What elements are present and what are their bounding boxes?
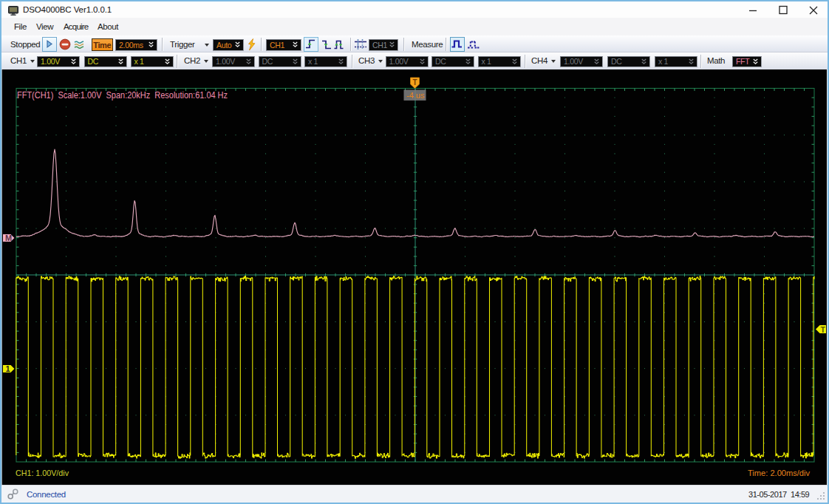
svg-text:-4 us: -4 us — [406, 91, 425, 100]
svg-text:Time: 2.00ms/div: Time: 2.00ms/div — [748, 469, 810, 477]
svg-text:1: 1 — [6, 364, 10, 373]
svg-text:T: T — [413, 78, 417, 86]
svg-text:M: M — [5, 234, 12, 242]
svg-text:FFT(CH1) Scale:1.00V Span:20: FFT(CH1) Scale:1.00V Span:20kHz Resoluti… — [17, 90, 228, 101]
svg-text:CH1: 1.00V/div: CH1: 1.00V/div — [16, 469, 69, 477]
svg-text:T: T — [821, 325, 826, 334]
